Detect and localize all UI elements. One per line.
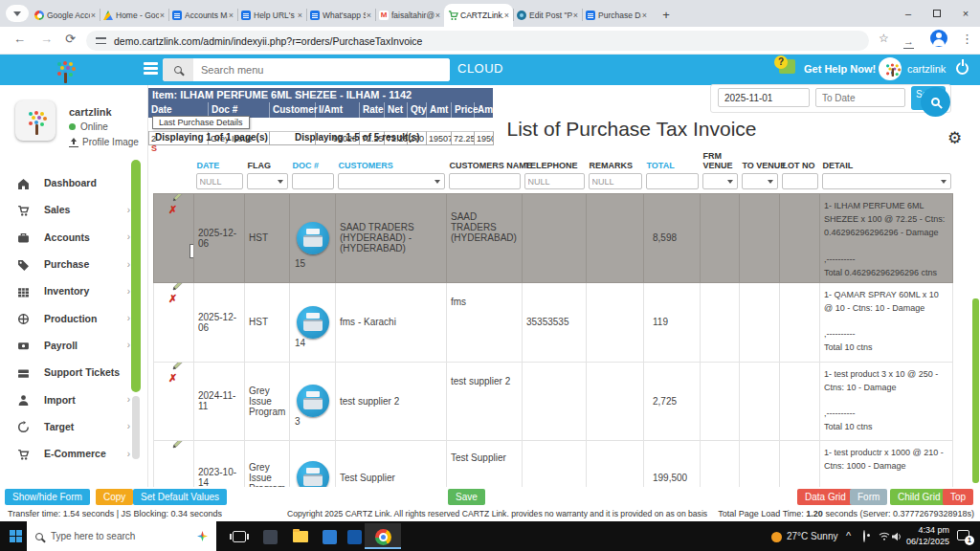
copy-button[interactable]: Copy [96,489,133,505]
search-icon[interactable] [921,87,950,117]
form-button[interactable]: Form [850,489,887,505]
back-button[interactable]: ← [13,32,26,46]
table-row[interactable]: ✗ 2025-12-06 HST 14 fms - Karachi fms 35… [154,282,953,362]
copilot-sparkle-icon[interactable] [197,531,208,541]
start-button[interactable] [10,530,15,536]
get-help-link[interactable]: Get Help Now! [804,63,876,75]
tab-accounts-master[interactable]: Accounts Mast× [168,4,237,27]
chrome-icon[interactable] [373,527,392,546]
new-tab-button[interactable]: + [657,6,676,25]
url-bar[interactable]: demo.cartzlink.com/admin/indexyii.php?r=… [86,31,869,51]
tab-search-button[interactable] [6,5,29,22]
taskbar-search-box[interactable]: Type here to search [27,521,216,551]
doc-filter-input[interactable] [292,173,334,189]
table-row[interactable]: ✗ Update 2025-12-06 HST 15 SAAD TRADERS … [154,194,953,283]
sort-customers[interactable]: CUSTOMERS [339,161,393,170]
logout-power-icon[interactable] [956,62,969,75]
tab-edit-post[interactable]: Edit Post "Purc× [513,4,582,27]
tab-home-google[interactable]: Home - Googl× [100,4,168,27]
browser-profile-avatar[interactable] [930,30,947,47]
taskbar-app-icon[interactable] [320,527,339,546]
tab-purchase-data[interactable]: Purchase Data× [582,4,651,27]
tab-close-icon[interactable]: × [435,11,440,20]
site-settings-icon[interactable] [96,36,106,45]
from-date-input[interactable] [718,88,810,107]
tab-close-icon[interactable]: × [160,11,165,20]
sidebar-scrollbar-track[interactable] [132,396,140,459]
sidebar-item-accounts[interactable]: Accounts› [0,224,144,251]
tray-app-icon[interactable] [863,531,865,541]
tab-close-icon[interactable]: × [367,11,371,20]
total-filter-input[interactable] [646,173,699,189]
tab-help-urls[interactable]: Help URL's for× [237,4,306,27]
bookmark-star-icon[interactable]: ☆ [879,32,889,45]
window-close-button[interactable]: × [951,0,980,27]
hamburger-menu-icon[interactable] [144,62,158,65]
edit-pencil-icon[interactable] [171,440,184,452]
taskbar-app-icon[interactable] [345,527,364,546]
browser-menu-icon[interactable]: ⋮ [961,32,973,46]
forward-button[interactable]: → [40,32,53,46]
tab-close-icon[interactable]: × [573,11,578,20]
table-row[interactable]: ✗ 2024-11-11 Grey Issue Program 3 test s… [154,362,953,440]
print-icon[interactable] [297,306,329,339]
tab-close-icon[interactable]: × [504,11,509,20]
tray-expand-caret[interactable]: ^ [846,530,851,541]
child-grid-button[interactable]: Child Grid [890,489,947,505]
tab-close-icon[interactable]: × [642,11,647,20]
telephone-filter-input[interactable] [524,173,585,189]
sort-total[interactable]: TOTAL [647,161,675,170]
sort-doc[interactable]: DOC # [293,161,320,170]
sidebar-item-target[interactable]: Target› [0,413,144,440]
sidebar-item-payroll[interactable]: Payroll› [0,332,144,359]
delete-x-icon[interactable]: ✗ [168,372,177,385]
profile-avatar[interactable] [15,100,56,141]
sidebar-item-production[interactable]: Production› [0,304,144,331]
delete-x-icon[interactable]: ✗ [168,204,177,216]
data-grid-button[interactable]: Data Grid [797,489,854,505]
delete-x-icon[interactable]: ✗ [168,293,177,305]
print-icon[interactable] [297,385,329,417]
to-date-input[interactable] [815,88,905,107]
sidebar-item-purchase[interactable]: Purchase› [0,251,144,277]
volume-icon[interactable] [892,532,902,543]
sidebar-item-inventory[interactable]: Inventory› [0,277,144,304]
sun-weather-icon[interactable] [771,532,782,542]
tab-close-icon[interactable]: × [229,11,234,20]
refresh-button[interactable]: ⟳ [65,32,76,46]
wifi-icon[interactable] [879,532,890,542]
sidebar-item-import[interactable]: Import› [0,386,144,412]
set-default-values-button[interactable]: Set Default Values [133,489,227,505]
lot-no-filter-input[interactable] [782,173,818,189]
customers-name-filter-input[interactable] [449,173,521,189]
remarks-filter-input[interactable] [589,173,642,189]
tab-mail[interactable]: faisaltahir@ca× [375,4,444,27]
task-view-icon[interactable] [230,527,249,546]
page-scrollbar[interactable] [972,298,979,483]
taskbar-clock[interactable]: 4:34 pm06/12/2025 [903,525,949,547]
save-button[interactable]: Save [448,489,485,505]
gear-icon[interactable]: ⚙ [947,128,962,148]
tab-cartzlink-active[interactable]: CARTZLink.com× [444,4,513,27]
sidebar-item-support-tickets[interactable]: Support Tickets [0,359,144,386]
window-minimize-button[interactable]: – [894,0,923,27]
user-avatar[interactable] [879,57,902,80]
tab-google-account[interactable]: Google Accou× [31,4,100,27]
date-filter-input[interactable] [196,173,243,189]
show-hide-form-button[interactable]: Show/hide Form [5,489,90,505]
top-button[interactable]: Top [943,489,973,505]
to-venue-filter-select[interactable] [742,173,778,189]
flag-filter-select[interactable] [247,173,288,189]
sidebar-item-sales[interactable]: Sales› [0,196,144,223]
sort-date[interactable]: DATE [197,161,220,170]
print-icon[interactable] [297,222,329,254]
menu-search-input[interactable] [193,58,450,81]
profile-image-link[interactable]: Profile Image [69,137,139,147]
sidebar-item-ecommerce[interactable]: E-Commerce› [0,440,144,467]
detail-filter-select[interactable] [822,173,951,189]
tab-whatsapp-sales[interactable]: What'sapp Sal× [306,4,375,27]
tab-close-icon[interactable]: × [298,11,302,20]
file-explorer-icon[interactable] [291,527,310,546]
menu-search-box[interactable] [163,58,450,81]
user-name[interactable]: cartzlink [907,63,946,75]
